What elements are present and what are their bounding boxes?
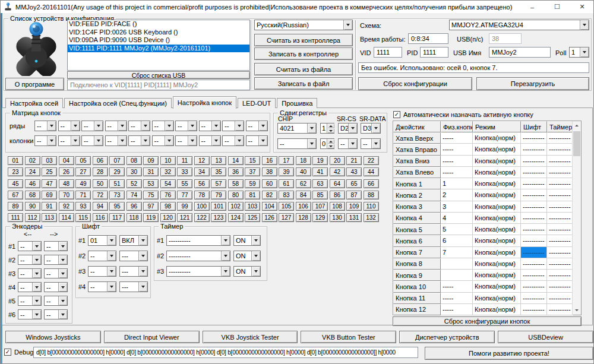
grid-button[interactable]: 89 xyxy=(8,202,23,211)
encoder-right-select[interactable]: -- xyxy=(44,282,68,292)
cell-mode[interactable]: Кнопка(норм) xyxy=(473,178,521,189)
encoder-left-select[interactable]: -- xyxy=(18,282,42,292)
matrix-row-select[interactable]: -- xyxy=(34,121,56,131)
cell-timer[interactable]: ---------- xyxy=(547,167,573,178)
cell-shift[interactable]: ---------- xyxy=(521,224,547,235)
spinner-down-icon[interactable] xyxy=(327,144,334,148)
vid-field[interactable]: 1111 xyxy=(374,47,402,58)
grid-button[interactable]: 66 xyxy=(364,179,379,188)
sr-cs-select[interactable]: D2 xyxy=(338,123,358,134)
cell-joystick-name[interactable]: Кнопка 9 xyxy=(393,270,441,281)
grid-button[interactable]: 91 xyxy=(42,202,57,211)
cell-mode[interactable]: Кнопка(норм) xyxy=(473,156,521,167)
grid-button[interactable]: 86 xyxy=(330,191,345,200)
grid-button[interactable]: 50 xyxy=(93,179,108,188)
grid-button[interactable]: 41 xyxy=(312,167,328,176)
matrix-col-select[interactable]: -- xyxy=(34,135,56,146)
grid-button[interactable]: 120 xyxy=(160,213,176,222)
cell-phys-button[interactable]: ----- xyxy=(441,167,473,178)
grid-button[interactable]: 45 xyxy=(8,179,23,188)
cell-shift[interactable]: ---------- xyxy=(521,144,547,155)
usb-list-item[interactable]: VID:09DA PID:9090 USB Device () xyxy=(68,36,249,45)
timer-mode-select[interactable]: ON xyxy=(233,266,261,277)
grid-button[interactable]: 03 xyxy=(42,156,57,165)
cell-shift[interactable]: ---------- xyxy=(521,293,547,304)
grid-button[interactable]: 81 xyxy=(245,191,260,200)
tab[interactable]: Настройка кнопок xyxy=(173,96,236,109)
cell-joystick-name[interactable]: Кнопка 10 xyxy=(393,281,441,292)
timer-mode-select[interactable]: ON xyxy=(233,235,261,246)
encoder-left-select[interactable]: -- xyxy=(18,309,42,319)
usb-device-list[interactable]: VID:FEED PID:FACE () VID:1C4F PID:0026 U… xyxy=(67,20,250,71)
chip-select[interactable]: 4021 xyxy=(277,123,317,134)
cell-mode[interactable]: Кнопка(норм) xyxy=(473,132,521,144)
shift-button-select[interactable]: 01 xyxy=(88,235,116,246)
encoder-right-select[interactable]: -- xyxy=(44,241,68,251)
cell-mode[interactable]: Кнопка(норм) xyxy=(473,258,521,270)
minimize-icon[interactable]: – xyxy=(520,1,545,13)
grid-button[interactable]: 68 xyxy=(25,191,40,200)
grid-button[interactable]: 16 xyxy=(262,156,277,165)
grid-button[interactable]: 110 xyxy=(364,202,379,211)
grid-button[interactable]: 127 xyxy=(279,213,294,222)
grid-button[interactable]: 115 xyxy=(75,213,91,222)
grid-button[interactable]: 105 xyxy=(279,202,294,211)
timer-target-select[interactable]: ---------- xyxy=(166,235,230,246)
read-controller-button[interactable]: Считать из контроллера xyxy=(254,34,353,46)
cell-joystick-name[interactable]: Хатка Вправо xyxy=(393,144,441,155)
cell-joystick-name[interactable]: Кнопка 7 xyxy=(393,247,441,258)
shift-button-select[interactable]: -- xyxy=(88,266,116,277)
cell-mode[interactable]: Кнопка(норм) xyxy=(473,235,521,246)
grid-button[interactable]: 22 xyxy=(364,156,379,165)
matrix-row-select[interactable]: -- xyxy=(246,121,268,131)
col-header-mode[interactable]: Режим xyxy=(473,121,521,132)
cell-joystick-name[interactable]: Кнопка 2 xyxy=(393,189,441,201)
grid-button[interactable]: 77 xyxy=(177,191,192,200)
grid-button[interactable]: 80 xyxy=(228,191,244,200)
grid-button[interactable]: 35 xyxy=(211,167,226,176)
grid-button[interactable]: 27 xyxy=(75,167,91,176)
grid-button[interactable]: 24 xyxy=(25,167,40,176)
cell-shift[interactable]: ---------- xyxy=(521,270,547,281)
grid-button[interactable]: 130 xyxy=(330,213,345,222)
grid-button[interactable]: 04 xyxy=(59,156,74,165)
cell-phys-button[interactable]: ----- xyxy=(441,156,473,167)
grid-button[interactable]: 33 xyxy=(177,167,192,176)
cell-timer[interactable]: ---------- xyxy=(547,132,573,144)
grid-button[interactable]: 13 xyxy=(211,156,226,165)
grid-button[interactable]: 32 xyxy=(160,167,176,176)
timer-target-select[interactable]: ---------- xyxy=(166,251,230,261)
cell-timer[interactable]: ---------- xyxy=(547,247,573,258)
cell-shift[interactable]: ---------- xyxy=(521,156,547,167)
cell-phys-button[interactable]: ----- xyxy=(441,293,473,304)
cell-timer[interactable]: ---------- xyxy=(547,156,573,167)
grid-button[interactable]: 125 xyxy=(245,213,260,222)
grid-button[interactable]: 56 xyxy=(194,179,210,188)
cell-mode[interactable]: Кнопка(норм) xyxy=(473,270,521,281)
grid-button[interactable]: 87 xyxy=(346,191,362,200)
debug-output-box[interactable]: d[0] b[0000000000000000] h[0000] d[0] b[… xyxy=(33,347,418,358)
grid-button[interactable]: 47 xyxy=(42,179,57,188)
usb-list-item[interactable]: VID:1111 PID:1111 MMJoy2 (MMJoy2-2016110… xyxy=(68,45,249,53)
scrollbar-thumb[interactable] xyxy=(573,131,580,156)
tool-button[interactable]: Windows Joysticks xyxy=(5,331,101,343)
grid-button[interactable]: 63 xyxy=(312,179,328,188)
spinner-up-icon[interactable] xyxy=(327,139,334,144)
cell-phys-button[interactable]: 7 xyxy=(441,247,473,258)
grid-button[interactable]: 53 xyxy=(143,179,159,188)
encoder-left-select[interactable]: -- xyxy=(18,241,42,251)
cell-shift[interactable]: ---------- xyxy=(521,247,547,258)
grid-button[interactable]: 46 xyxy=(25,179,40,188)
sr-data-select[interactable]: -- xyxy=(361,138,381,149)
grid-button[interactable]: 19 xyxy=(312,156,328,165)
grid-button[interactable]: 55 xyxy=(177,179,192,188)
grid-button[interactable]: 58 xyxy=(228,179,244,188)
tab[interactable]: Настройка осей xyxy=(5,98,63,108)
grid-button[interactable]: 104 xyxy=(262,202,277,211)
grid-button[interactable]: 112 xyxy=(25,213,40,222)
cell-mode[interactable]: Кнопка(норм) xyxy=(473,144,521,155)
about-button[interactable]: О программе xyxy=(5,78,64,90)
grid-button[interactable]: 113 xyxy=(42,213,57,222)
grid-button[interactable]: 29 xyxy=(109,167,125,176)
reset-buttons-config-button[interactable]: Сброс конфигурации кнопок xyxy=(393,316,582,326)
